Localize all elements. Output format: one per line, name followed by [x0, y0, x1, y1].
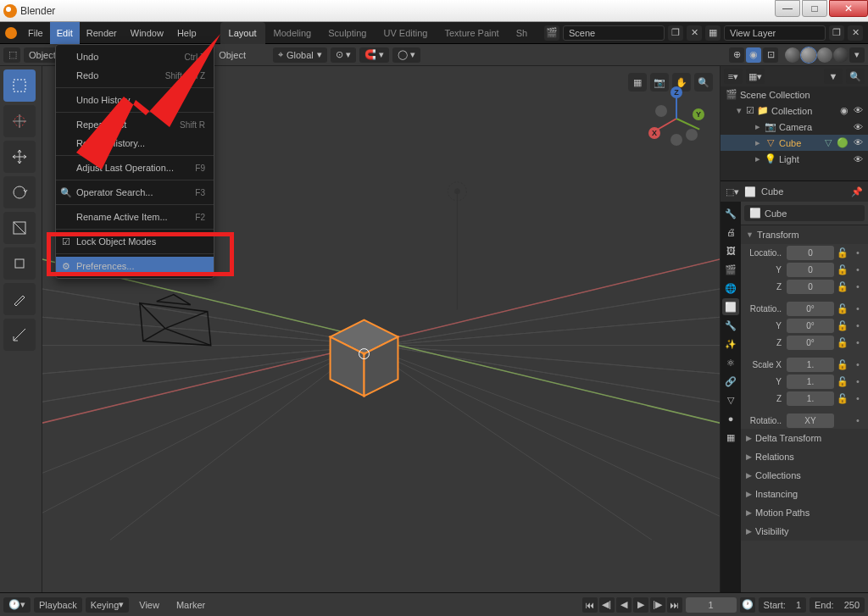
outliner-cube[interactable]: Cube [779, 138, 801, 148]
lock-icon[interactable]: 🔓 [836, 263, 849, 276]
end-frame-input[interactable]: 250 [844, 600, 860, 610]
snap-toggle[interactable]: 🧲 ▾ [359, 47, 389, 63]
menu-render[interactable]: Render [80, 22, 124, 44]
location-y-input[interactable]: 0 [787, 263, 834, 277]
outliner-type-select[interactable]: ≡▾ [724, 69, 743, 84]
viewlayer-new-button[interactable]: ❐ [829, 25, 844, 41]
menuitem-rename[interactable]: Rename Active Item...F2 [56, 208, 214, 226]
rotation-mode-select[interactable]: XY [787, 413, 834, 428]
visibility-toggle[interactable]: 👁 [854, 137, 863, 148]
section-delta[interactable]: ▶Delta Transform [741, 429, 868, 447]
menu-edit[interactable]: Edit [50, 22, 80, 44]
menuitem-lock-modes[interactable]: ☑Lock Object Modes [56, 232, 214, 251]
tab-physics[interactable]: ⚛ [722, 354, 739, 371]
scale-x-input[interactable]: 1. [787, 358, 834, 372]
overlay-toggle[interactable]: ◉ [746, 47, 761, 63]
lock-icon[interactable]: 🔓 [836, 302, 849, 315]
visibility-toggle[interactable]: 👁 [854, 122, 863, 132]
scale-y-input[interactable]: 1. [787, 375, 834, 389]
menuitem-preferences[interactable]: ⚙Preferences... [56, 257, 214, 275]
scene-new-button[interactable]: ❐ [668, 25, 683, 41]
shading-options[interactable]: ▾ [849, 47, 865, 63]
menuitem-redo[interactable]: RedoShift Ctrl Z [56, 66, 214, 85]
shading-matprev[interactable] [817, 47, 832, 63]
start-frame-input[interactable]: 1 [796, 600, 801, 610]
visibility-toggle[interactable]: ◉ [840, 105, 849, 116]
tool-measure[interactable] [3, 319, 36, 351]
lock-icon[interactable]: 🔓 [836, 319, 849, 332]
timeline-type-select[interactable]: 🕐▾ [3, 597, 31, 613]
lock-icon[interactable]: 🔓 [836, 336, 849, 349]
viewport-menu-object[interactable]: Object [212, 44, 253, 66]
close-button[interactable]: ✕ [829, 0, 868, 17]
timeline-marker-menu[interactable]: Marker [170, 594, 212, 616]
menuitem-adjust-last[interactable]: Adjust Last Operation...F9 [56, 158, 214, 177]
jump-start-button[interactable]: ⏮ [582, 597, 598, 613]
viewport-camera-icon[interactable]: ▦ [628, 73, 647, 92]
visibility-toggle[interactable]: 👁 [854, 154, 863, 164]
outliner-light[interactable]: Light [779, 154, 799, 164]
lock-icon[interactable]: 🔓 [836, 375, 849, 388]
viewlayer-delete-button[interactable]: ✕ [848, 25, 863, 41]
tool-cursor[interactable] [3, 105, 36, 137]
pivot-select[interactable]: ⊙ ▾ [331, 47, 356, 63]
pin-icon[interactable]: 📌 [851, 186, 863, 197]
proportional-toggle[interactable]: ◯ ▾ [392, 47, 420, 63]
search-icon[interactable]: 🔍 [846, 69, 865, 84]
current-frame-input[interactable]: 1 [686, 597, 737, 613]
lock-icon[interactable]: 🔓 [836, 391, 849, 405]
scene-delete-button[interactable]: ✕ [687, 25, 702, 41]
location-x-input[interactable]: 0 [787, 246, 834, 260]
tab-sculpting[interactable]: Sculpting [320, 22, 375, 44]
prev-keyframe-button[interactable]: ◀| [599, 597, 615, 613]
tab-modifiers[interactable]: 🔧 [722, 317, 739, 334]
tab-object[interactable]: ⬜ [722, 298, 739, 315]
tab-scene[interactable]: 🎬 [722, 261, 739, 278]
tab-particles[interactable]: ✨ [722, 336, 739, 352]
next-keyframe-button[interactable]: |▶ [650, 597, 665, 613]
editor-type-select[interactable]: ⬚ [3, 47, 20, 63]
auto-keyframe-button[interactable]: 🕐 [740, 597, 755, 613]
tool-transform[interactable] [3, 247, 36, 280]
tab-shading[interactable]: Sh [508, 22, 536, 44]
tab-texture[interactable]: ▦ [722, 429, 739, 446]
tab-constraints[interactable]: 🔗 [722, 373, 739, 390]
tool-move[interactable] [3, 141, 36, 173]
section-transform[interactable]: ▼Transform [741, 225, 868, 244]
navigation-gizmo[interactable]: X Y Z [648, 90, 704, 146]
orientation-select[interactable]: ⌖ Global ▾ [273, 47, 327, 63]
tab-uv[interactable]: UV Editing [375, 22, 436, 44]
rotation-z-input[interactable]: 0° [787, 336, 834, 350]
tab-render[interactable]: 🔧 [722, 205, 739, 222]
menuitem-repeat-last[interactable]: Repeat LastShift R [56, 115, 214, 134]
section-visibility[interactable]: ▶Visibility [741, 522, 868, 541]
section-instancing[interactable]: ▶Instancing [741, 485, 868, 503]
outliner-camera[interactable]: Camera [779, 122, 812, 132]
shading-rendered[interactable] [833, 47, 849, 63]
gizmo-toggle[interactable]: ⊕ [729, 47, 744, 63]
shading-solid[interactable] [801, 47, 816, 63]
tab-material[interactable]: ● [722, 410, 739, 427]
viewport-camera-button[interactable]: 📷 [650, 73, 669, 92]
play-button[interactable]: ▶ [633, 597, 648, 613]
tab-modeling[interactable]: Modeling [265, 22, 320, 44]
tab-world[interactable]: 🌐 [722, 280, 739, 297]
tab-viewlayer[interactable]: 🖼 [722, 242, 739, 259]
tab-layout[interactable]: Layout [220, 22, 265, 44]
tab-output[interactable]: 🖨 [722, 224, 739, 241]
xray-toggle[interactable]: ⊡ [763, 47, 778, 63]
menu-window[interactable]: Window [124, 22, 170, 44]
maximize-button[interactable]: □ [802, 0, 827, 17]
tool-rotate[interactable] [3, 176, 36, 208]
section-relations[interactable]: ▶Relations [741, 447, 868, 466]
minimize-button[interactable]: — [775, 0, 800, 17]
location-z-input[interactable]: 0 [787, 280, 834, 294]
lock-icon[interactable]: 🔓 [836, 280, 849, 293]
tab-texture[interactable]: Texture Paint [436, 22, 507, 44]
tool-scale[interactable] [3, 212, 36, 244]
section-collections[interactable]: ▶Collections [741, 466, 868, 485]
viewport-zoom-button[interactable]: 🔍 [694, 73, 713, 92]
section-motion[interactable]: ▶Motion Paths [741, 503, 868, 522]
outliner-collection[interactable]: Collection [771, 106, 812, 116]
timeline-view-menu[interactable]: View [132, 594, 166, 616]
